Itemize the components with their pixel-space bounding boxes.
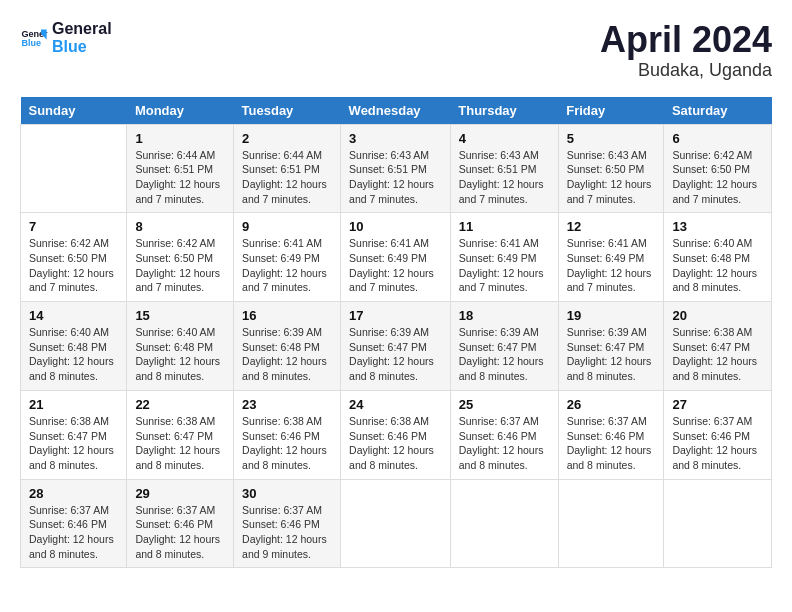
day-info: Sunrise: 6:38 AM Sunset: 6:46 PM Dayligh… bbox=[349, 414, 442, 473]
day-number: 22 bbox=[135, 397, 225, 412]
calendar-cell bbox=[558, 479, 664, 568]
calendar-cell: 10Sunrise: 6:41 AM Sunset: 6:49 PM Dayli… bbox=[341, 213, 451, 302]
calendar-table: SundayMondayTuesdayWednesdayThursdayFrid… bbox=[20, 97, 772, 569]
day-info: Sunrise: 6:43 AM Sunset: 6:51 PM Dayligh… bbox=[349, 148, 442, 207]
day-number: 5 bbox=[567, 131, 656, 146]
calendar-cell: 4Sunrise: 6:43 AM Sunset: 6:51 PM Daylig… bbox=[450, 124, 558, 213]
calendar-week-row: 21Sunrise: 6:38 AM Sunset: 6:47 PM Dayli… bbox=[21, 390, 772, 479]
calendar-cell: 11Sunrise: 6:41 AM Sunset: 6:49 PM Dayli… bbox=[450, 213, 558, 302]
day-number: 18 bbox=[459, 308, 550, 323]
day-number: 1 bbox=[135, 131, 225, 146]
calendar-cell: 20Sunrise: 6:38 AM Sunset: 6:47 PM Dayli… bbox=[664, 302, 772, 391]
day-number: 17 bbox=[349, 308, 442, 323]
day-number: 26 bbox=[567, 397, 656, 412]
day-info: Sunrise: 6:41 AM Sunset: 6:49 PM Dayligh… bbox=[242, 236, 332, 295]
day-number: 24 bbox=[349, 397, 442, 412]
day-info: Sunrise: 6:40 AM Sunset: 6:48 PM Dayligh… bbox=[672, 236, 763, 295]
calendar-cell: 30Sunrise: 6:37 AM Sunset: 6:46 PM Dayli… bbox=[234, 479, 341, 568]
weekday-header-thursday: Thursday bbox=[450, 97, 558, 125]
weekday-header-tuesday: Tuesday bbox=[234, 97, 341, 125]
day-number: 29 bbox=[135, 486, 225, 501]
logo-blue: Blue bbox=[52, 38, 112, 56]
calendar-cell: 8Sunrise: 6:42 AM Sunset: 6:50 PM Daylig… bbox=[127, 213, 234, 302]
day-info: Sunrise: 6:41 AM Sunset: 6:49 PM Dayligh… bbox=[349, 236, 442, 295]
calendar-week-row: 1Sunrise: 6:44 AM Sunset: 6:51 PM Daylig… bbox=[21, 124, 772, 213]
calendar-cell: 28Sunrise: 6:37 AM Sunset: 6:46 PM Dayli… bbox=[21, 479, 127, 568]
day-number: 4 bbox=[459, 131, 550, 146]
calendar-cell: 15Sunrise: 6:40 AM Sunset: 6:48 PM Dayli… bbox=[127, 302, 234, 391]
day-number: 27 bbox=[672, 397, 763, 412]
day-number: 11 bbox=[459, 219, 550, 234]
day-number: 12 bbox=[567, 219, 656, 234]
location-title: Budaka, Uganda bbox=[600, 60, 772, 81]
svg-text:Blue: Blue bbox=[21, 38, 41, 48]
day-number: 6 bbox=[672, 131, 763, 146]
day-info: Sunrise: 6:40 AM Sunset: 6:48 PM Dayligh… bbox=[135, 325, 225, 384]
calendar-cell: 17Sunrise: 6:39 AM Sunset: 6:47 PM Dayli… bbox=[341, 302, 451, 391]
day-info: Sunrise: 6:39 AM Sunset: 6:48 PM Dayligh… bbox=[242, 325, 332, 384]
day-info: Sunrise: 6:40 AM Sunset: 6:48 PM Dayligh… bbox=[29, 325, 118, 384]
calendar-cell: 2Sunrise: 6:44 AM Sunset: 6:51 PM Daylig… bbox=[234, 124, 341, 213]
weekday-header-row: SundayMondayTuesdayWednesdayThursdayFrid… bbox=[21, 97, 772, 125]
day-number: 10 bbox=[349, 219, 442, 234]
day-info: Sunrise: 6:41 AM Sunset: 6:49 PM Dayligh… bbox=[567, 236, 656, 295]
calendar-cell: 18Sunrise: 6:39 AM Sunset: 6:47 PM Dayli… bbox=[450, 302, 558, 391]
day-info: Sunrise: 6:41 AM Sunset: 6:49 PM Dayligh… bbox=[459, 236, 550, 295]
day-info: Sunrise: 6:37 AM Sunset: 6:46 PM Dayligh… bbox=[672, 414, 763, 473]
day-number: 28 bbox=[29, 486, 118, 501]
day-number: 20 bbox=[672, 308, 763, 323]
day-info: Sunrise: 6:39 AM Sunset: 6:47 PM Dayligh… bbox=[567, 325, 656, 384]
weekday-header-friday: Friday bbox=[558, 97, 664, 125]
calendar-cell: 6Sunrise: 6:42 AM Sunset: 6:50 PM Daylig… bbox=[664, 124, 772, 213]
day-info: Sunrise: 6:42 AM Sunset: 6:50 PM Dayligh… bbox=[29, 236, 118, 295]
day-info: Sunrise: 6:39 AM Sunset: 6:47 PM Dayligh… bbox=[349, 325, 442, 384]
day-info: Sunrise: 6:43 AM Sunset: 6:51 PM Dayligh… bbox=[459, 148, 550, 207]
calendar-cell: 1Sunrise: 6:44 AM Sunset: 6:51 PM Daylig… bbox=[127, 124, 234, 213]
day-number: 30 bbox=[242, 486, 332, 501]
logo: General Blue General Blue bbox=[20, 20, 112, 55]
calendar-cell: 25Sunrise: 6:37 AM Sunset: 6:46 PM Dayli… bbox=[450, 390, 558, 479]
day-info: Sunrise: 6:37 AM Sunset: 6:46 PM Dayligh… bbox=[242, 503, 332, 562]
weekday-header-monday: Monday bbox=[127, 97, 234, 125]
calendar-week-row: 14Sunrise: 6:40 AM Sunset: 6:48 PM Dayli… bbox=[21, 302, 772, 391]
title-block: April 2024 Budaka, Uganda bbox=[600, 20, 772, 81]
calendar-cell: 21Sunrise: 6:38 AM Sunset: 6:47 PM Dayli… bbox=[21, 390, 127, 479]
day-info: Sunrise: 6:37 AM Sunset: 6:46 PM Dayligh… bbox=[29, 503, 118, 562]
day-number: 25 bbox=[459, 397, 550, 412]
day-number: 9 bbox=[242, 219, 332, 234]
weekday-header-sunday: Sunday bbox=[21, 97, 127, 125]
page-header: General Blue General Blue April 2024 Bud… bbox=[20, 20, 772, 81]
calendar-cell: 19Sunrise: 6:39 AM Sunset: 6:47 PM Dayli… bbox=[558, 302, 664, 391]
day-info: Sunrise: 6:42 AM Sunset: 6:50 PM Dayligh… bbox=[135, 236, 225, 295]
calendar-cell: 5Sunrise: 6:43 AM Sunset: 6:50 PM Daylig… bbox=[558, 124, 664, 213]
calendar-cell: 16Sunrise: 6:39 AM Sunset: 6:48 PM Dayli… bbox=[234, 302, 341, 391]
day-number: 23 bbox=[242, 397, 332, 412]
day-info: Sunrise: 6:38 AM Sunset: 6:47 PM Dayligh… bbox=[672, 325, 763, 384]
logo-general: General bbox=[52, 20, 112, 38]
calendar-cell: 27Sunrise: 6:37 AM Sunset: 6:46 PM Dayli… bbox=[664, 390, 772, 479]
day-number: 14 bbox=[29, 308, 118, 323]
day-info: Sunrise: 6:37 AM Sunset: 6:46 PM Dayligh… bbox=[459, 414, 550, 473]
calendar-cell: 29Sunrise: 6:37 AM Sunset: 6:46 PM Dayli… bbox=[127, 479, 234, 568]
calendar-cell bbox=[21, 124, 127, 213]
day-info: Sunrise: 6:38 AM Sunset: 6:46 PM Dayligh… bbox=[242, 414, 332, 473]
weekday-header-wednesday: Wednesday bbox=[341, 97, 451, 125]
day-info: Sunrise: 6:37 AM Sunset: 6:46 PM Dayligh… bbox=[135, 503, 225, 562]
month-year-title: April 2024 bbox=[600, 20, 772, 60]
calendar-cell: 22Sunrise: 6:38 AM Sunset: 6:47 PM Dayli… bbox=[127, 390, 234, 479]
day-number: 19 bbox=[567, 308, 656, 323]
calendar-cell: 14Sunrise: 6:40 AM Sunset: 6:48 PM Dayli… bbox=[21, 302, 127, 391]
calendar-cell: 24Sunrise: 6:38 AM Sunset: 6:46 PM Dayli… bbox=[341, 390, 451, 479]
day-info: Sunrise: 6:38 AM Sunset: 6:47 PM Dayligh… bbox=[135, 414, 225, 473]
day-info: Sunrise: 6:37 AM Sunset: 6:46 PM Dayligh… bbox=[567, 414, 656, 473]
weekday-header-saturday: Saturday bbox=[664, 97, 772, 125]
calendar-cell bbox=[450, 479, 558, 568]
calendar-week-row: 28Sunrise: 6:37 AM Sunset: 6:46 PM Dayli… bbox=[21, 479, 772, 568]
day-info: Sunrise: 6:44 AM Sunset: 6:51 PM Dayligh… bbox=[242, 148, 332, 207]
day-number: 15 bbox=[135, 308, 225, 323]
day-info: Sunrise: 6:39 AM Sunset: 6:47 PM Dayligh… bbox=[459, 325, 550, 384]
calendar-week-row: 7Sunrise: 6:42 AM Sunset: 6:50 PM Daylig… bbox=[21, 213, 772, 302]
day-info: Sunrise: 6:44 AM Sunset: 6:51 PM Dayligh… bbox=[135, 148, 225, 207]
calendar-cell: 13Sunrise: 6:40 AM Sunset: 6:48 PM Dayli… bbox=[664, 213, 772, 302]
calendar-cell: 9Sunrise: 6:41 AM Sunset: 6:49 PM Daylig… bbox=[234, 213, 341, 302]
